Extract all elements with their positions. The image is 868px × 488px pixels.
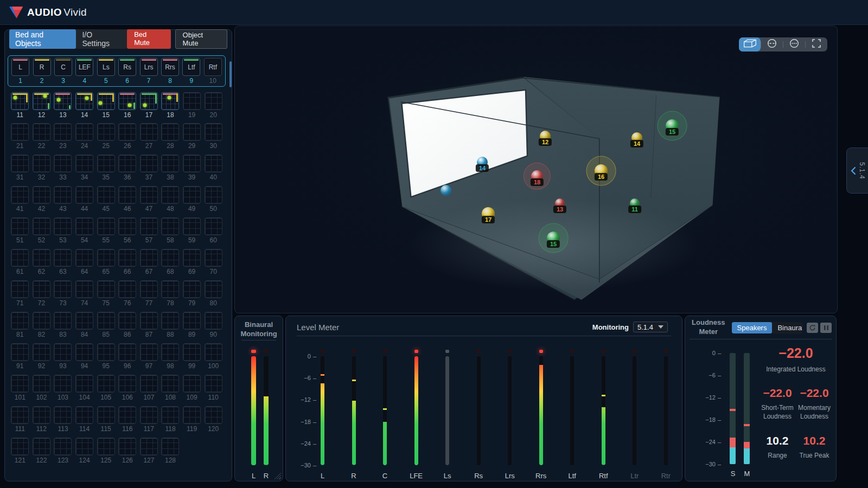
channel-37[interactable] xyxy=(140,155,158,172)
bed-mute-button[interactable]: Bed Mute xyxy=(127,29,170,49)
channel-22[interactable] xyxy=(33,123,50,141)
channel-62[interactable] xyxy=(33,249,50,267)
channel-77[interactable] xyxy=(140,280,158,298)
channel-92[interactable] xyxy=(33,343,50,361)
channel-104[interactable] xyxy=(75,375,93,393)
channel-44[interactable] xyxy=(75,186,93,204)
channel-117[interactable] xyxy=(140,406,158,424)
channel-39[interactable] xyxy=(183,155,201,172)
channel-113[interactable] xyxy=(54,406,72,424)
channel-35[interactable] xyxy=(97,155,115,172)
channel-83[interactable] xyxy=(54,312,72,330)
channel-109[interactable] xyxy=(183,375,201,393)
channel-43[interactable] xyxy=(54,186,72,204)
channel-111[interactable] xyxy=(11,406,29,424)
channel-56[interactable] xyxy=(118,217,136,235)
channel-55[interactable] xyxy=(97,217,115,235)
channel-49[interactable] xyxy=(183,186,201,204)
channel-115[interactable] xyxy=(97,406,115,424)
channel-80[interactable] xyxy=(205,280,222,298)
bed-channel-8[interactable]: Rrs xyxy=(161,58,179,76)
bed-channel-5[interactable]: Ls xyxy=(97,58,115,76)
channel-78[interactable] xyxy=(161,280,179,298)
object-channel-18[interactable] xyxy=(161,92,179,110)
channel-108[interactable] xyxy=(161,375,179,393)
monitoring-layout-side-tab[interactable]: 5.1.4 xyxy=(846,147,868,194)
channel-60[interactable] xyxy=(205,217,222,235)
channel-81[interactable] xyxy=(11,312,29,330)
bed-channel-7[interactable]: Lrs xyxy=(140,58,158,76)
channel-53[interactable] xyxy=(54,217,72,235)
channel-123[interactable] xyxy=(54,438,72,455)
channel-23[interactable] xyxy=(54,123,72,141)
object-channel-14[interactable] xyxy=(75,92,93,110)
room-3d-viewport[interactable]: 12141516181417131115 xyxy=(234,25,838,313)
channel-76[interactable] xyxy=(118,280,136,298)
channel-72[interactable] xyxy=(33,280,50,298)
channel-126[interactable] xyxy=(118,438,136,455)
object-channel-17[interactable] xyxy=(140,92,158,110)
channel-65[interactable] xyxy=(97,249,115,267)
object-channel-11[interactable] xyxy=(11,92,29,110)
channel-82[interactable] xyxy=(33,312,50,330)
channel-58[interactable] xyxy=(161,217,179,235)
bed-channel-3[interactable]: C xyxy=(54,58,72,76)
scene-object-15[interactable]: 15 xyxy=(666,119,679,132)
channel-119[interactable] xyxy=(183,406,201,424)
channel-116[interactable] xyxy=(118,406,136,424)
channel-57[interactable] xyxy=(140,217,158,235)
channel-97[interactable] xyxy=(140,343,158,361)
pause-button[interactable] xyxy=(820,323,832,333)
channel-75[interactable] xyxy=(97,280,115,298)
channel-74[interactable] xyxy=(75,280,93,298)
reset-button[interactable] xyxy=(807,323,818,333)
bed-channel-9[interactable]: Ltf xyxy=(182,58,200,76)
channel-112[interactable] xyxy=(33,406,50,424)
channel-26[interactable] xyxy=(118,123,136,141)
channel-125[interactable] xyxy=(97,438,115,455)
channel-86[interactable] xyxy=(118,312,136,330)
tab-io-settings[interactable]: I/O Settings xyxy=(76,29,127,49)
scene-object-16[interactable]: 16 xyxy=(595,164,608,177)
channel-85[interactable] xyxy=(97,312,115,330)
channel-73[interactable] xyxy=(54,280,72,298)
channel-33[interactable] xyxy=(54,155,72,172)
channel-46[interactable] xyxy=(118,186,136,204)
scene-object-14[interactable]: 14 xyxy=(477,157,488,168)
channel-panel-scrollbar[interactable] xyxy=(229,61,232,87)
channel-28[interactable] xyxy=(161,123,179,141)
channel-93[interactable] xyxy=(54,343,72,361)
object-channel-19[interactable] xyxy=(183,92,201,110)
tab-binaural[interactable]: Binaural xyxy=(772,322,802,333)
channel-120[interactable] xyxy=(205,406,222,424)
scene-object-15[interactable]: 15 xyxy=(547,232,560,245)
panel-resize-handle[interactable] xyxy=(274,472,281,479)
scene-object-14[interactable]: 14 xyxy=(631,132,642,143)
channel-42[interactable] xyxy=(33,186,50,204)
channel-52[interactable] xyxy=(33,217,50,235)
bed-channel-4[interactable]: LEF xyxy=(75,58,93,76)
channel-50[interactable] xyxy=(205,186,222,204)
channel-118[interactable] xyxy=(161,406,179,424)
channel-32[interactable] xyxy=(33,155,50,172)
channel-91[interactable] xyxy=(11,343,29,361)
channel-31[interactable] xyxy=(11,155,29,172)
channel-96[interactable] xyxy=(118,343,136,361)
object-channel-16[interactable] xyxy=(118,92,136,110)
channel-69[interactable] xyxy=(183,249,201,267)
channel-105[interactable] xyxy=(97,375,115,393)
channel-27[interactable] xyxy=(140,123,158,141)
channel-106[interactable] xyxy=(118,375,136,393)
channel-114[interactable] xyxy=(75,406,93,424)
channel-124[interactable] xyxy=(75,438,93,455)
channel-110[interactable] xyxy=(205,375,222,393)
channel-101[interactable] xyxy=(11,375,29,393)
channel-36[interactable] xyxy=(118,155,136,172)
channel-90[interactable] xyxy=(205,312,222,330)
scene-object-18[interactable]: 18 xyxy=(531,170,543,182)
tab-bed-and-objects[interactable]: Bed and Objects xyxy=(9,29,76,49)
channel-34[interactable] xyxy=(75,155,93,172)
channel-95[interactable] xyxy=(97,343,115,361)
bed-channel-2[interactable]: R xyxy=(33,58,51,76)
channel-103[interactable] xyxy=(54,375,72,393)
